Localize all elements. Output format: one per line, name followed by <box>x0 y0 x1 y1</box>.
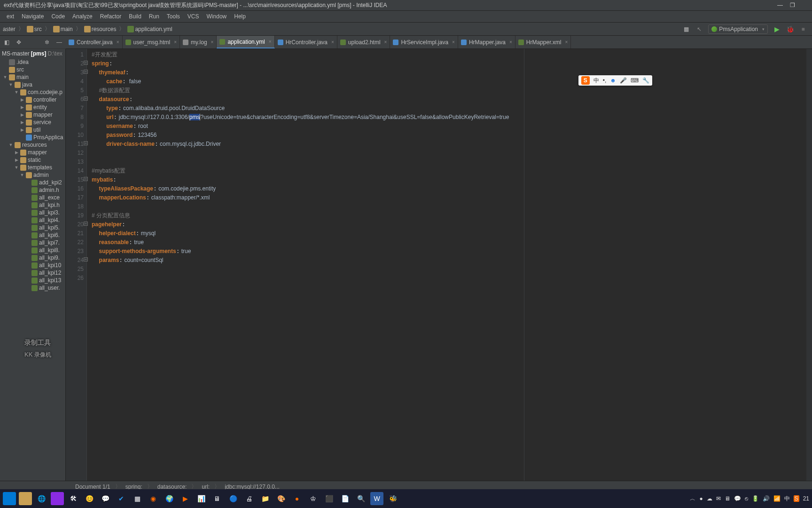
tree-node-entity[interactable]: ▶entity <box>0 103 65 111</box>
close-icon[interactable]: × <box>452 40 455 45</box>
project-tree[interactable]: MS-master [pms] D:\tex .ideasrc▼main▼jav… <box>0 49 66 481</box>
collapse-icon[interactable]: — <box>55 39 63 46</box>
tree-node-static[interactable]: ▶static <box>0 156 65 164</box>
tree-node-all_kpi10[interactable]: all_kpi10 <box>0 262 65 269</box>
chrome-icon[interactable]: 🌐 <box>35 492 48 505</box>
tree-node--idea[interactable]: .idea <box>0 58 65 66</box>
app-icon-12[interactable]: 📁 <box>258 492 272 505</box>
maximize-button[interactable]: ❐ <box>789 2 796 8</box>
breadcrumb-item[interactable]: aster <box>3 26 16 32</box>
ime-bar[interactable]: S 中 •, ☻ 🎤 ⌨ 🔧 <box>578 75 652 86</box>
start-button[interactable] <box>3 492 16 505</box>
wechat-icon[interactable]: 💬 <box>99 492 112 505</box>
ime-kbd-icon[interactable]: ⌨ <box>631 77 639 84</box>
breadcrumb-item[interactable]: application.yml <box>135 26 172 32</box>
app-icon-14[interactable]: ● <box>290 492 304 505</box>
tab-application-yml[interactable]: application.yml× <box>217 36 274 48</box>
menu-window[interactable]: Window <box>203 12 231 21</box>
menu-run[interactable]: Run <box>145 12 163 21</box>
ime-punct-icon[interactable]: •, <box>603 77 607 84</box>
code-editor[interactable]: 12−3−456−7891011−12131415−1617181920−212… <box>66 49 812 481</box>
intellij-icon[interactable] <box>51 492 64 505</box>
menu-analyze[interactable]: Analyze <box>69 12 96 21</box>
close-icon[interactable]: × <box>211 40 214 45</box>
tab-user_msg-html[interactable]: user_msg.html× <box>123 36 180 48</box>
tree-node-src[interactable]: src <box>0 66 65 73</box>
tab-upload2-html[interactable]: upload2.html× <box>337 36 390 48</box>
file-explorer-icon[interactable] <box>19 492 32 505</box>
settings-icon[interactable]: ✲ <box>43 39 51 46</box>
system-tray[interactable]: ︿ ● ☁ ✉ 🖥 💬 ⎋ 🔋 🔊 📶 中 S 21 <box>690 495 809 503</box>
ime-face-icon[interactable]: ☻ <box>610 77 616 84</box>
code-area[interactable]: #开发配置 spring: thymeleaf: cache: false #数… <box>87 49 806 481</box>
word-icon[interactable]: W <box>370 492 383 505</box>
app-icon-5[interactable]: ◉ <box>147 492 160 505</box>
tree-node-resources[interactable]: ▼resources <box>0 141 65 149</box>
tree-node-mapper[interactable]: ▶mapper <box>0 111 65 119</box>
menu-tools[interactable]: Tools <box>163 12 184 21</box>
tray-icon-3[interactable]: ✉ <box>716 495 721 502</box>
tree-node-mapper[interactable]: ▶mapper <box>0 149 65 156</box>
windows-taskbar[interactable]: 🌐 🛠 😊 💬 ✔ ▦ ◉ 🌍 ▶ 📊 🖥 🔵 🖨 📁 🎨 ● ♔ ⬛ 📄 🔍 … <box>0 489 812 508</box>
run-button[interactable]: ▶ <box>773 25 781 33</box>
close-icon[interactable]: × <box>269 39 272 44</box>
build-icon[interactable]: ▦ <box>682 25 690 33</box>
tray-icon-5[interactable]: 💬 <box>734 495 741 502</box>
tree-node-all_kpi4-[interactable]: all_kpi4. <box>0 216 65 224</box>
app-icon-9[interactable]: 🖥 <box>211 492 224 505</box>
menu-help[interactable]: Help <box>230 12 250 21</box>
tree-node-all_kpi5-[interactable]: all_kpi5. <box>0 224 65 231</box>
ime-wrench-icon[interactable]: 🔧 <box>642 77 649 84</box>
tab-hrmapper-java[interactable]: HrMapper.java× <box>458 36 515 48</box>
debug-button[interactable]: 🐞 <box>786 25 794 33</box>
close-icon[interactable]: × <box>117 40 119 45</box>
tab-controller-java[interactable]: Controller.java× <box>66 36 123 48</box>
tree-node-all_kpi8-[interactable]: all_kpi8. <box>0 246 65 254</box>
breadcrumb-item[interactable]: src <box>34 26 42 32</box>
tree-node-all_kpi12[interactable]: all_kpi12 <box>0 269 65 277</box>
tree-node-all_kpi13[interactable]: all_kpi13 <box>0 277 65 284</box>
menu-vcs[interactable]: VCS <box>184 12 203 21</box>
tab-hrmapper-xml[interactable]: HrMapper.xml× <box>515 36 571 48</box>
close-icon[interactable]: × <box>565 40 568 45</box>
tray-icon-4[interactable]: 🖥 <box>725 495 730 502</box>
close-button[interactable] <box>801 2 808 8</box>
tree-node-java[interactable]: ▼java <box>0 81 65 88</box>
tray-icon-1[interactable]: ● <box>699 495 703 502</box>
tree-node-all_kpi9-[interactable]: all_kpi9. <box>0 254 65 262</box>
close-icon[interactable]: × <box>331 40 334 45</box>
tree-node-all_kpi-h[interactable]: all_kpi.h <box>0 201 65 209</box>
breadcrumb-item[interactable]: resources <box>92 26 117 32</box>
ime-mic-icon[interactable]: 🎤 <box>620 77 627 84</box>
breadcrumb-item[interactable]: main <box>61 26 73 32</box>
tree-node-pmsapplica[interactable]: PmsApplica <box>0 134 65 141</box>
app-icon-7[interactable]: ▶ <box>179 492 192 505</box>
menu-ext[interactable]: ext <box>3 12 18 21</box>
tree-node-util[interactable]: ▶util <box>0 126 65 134</box>
tree-node-admin[interactable]: ▼admin <box>0 171 65 179</box>
tree-node-controller[interactable]: ▶controller <box>0 96 65 103</box>
tray-sogou-icon[interactable]: S <box>794 495 799 502</box>
tree-node-all_kpi3-[interactable]: all_kpi3. <box>0 209 65 216</box>
tray-wifi-icon[interactable]: 📶 <box>773 495 781 502</box>
app-icon-2[interactable]: 😊 <box>83 492 96 505</box>
app-icon-6[interactable]: 🌍 <box>163 492 176 505</box>
app-icon-13[interactable]: 🎨 <box>274 492 288 505</box>
close-icon[interactable]: × <box>174 40 177 45</box>
locate-icon[interactable]: ✥ <box>15 39 23 46</box>
tray-volume-icon[interactable]: 🔊 <box>763 495 770 502</box>
tray-icon-2[interactable]: ☁ <box>707 495 712 502</box>
search-icon[interactable]: 🔍 <box>354 492 367 505</box>
close-icon[interactable]: × <box>384 40 387 45</box>
tray-time[interactable]: 21 <box>803 495 809 502</box>
app-icon-8[interactable]: 📊 <box>195 492 208 505</box>
tab-hrcontroller-java[interactable]: HrController.java× <box>275 36 337 48</box>
tree-node-all_exce[interactable]: all_exce <box>0 194 65 201</box>
menu-refactor[interactable]: Refactor <box>96 12 125 21</box>
tree-node-all_kpi6-[interactable]: all_kpi6. <box>0 231 65 239</box>
menu-navigate[interactable]: Navigate <box>18 12 47 21</box>
tree-node-service[interactable]: ▶service <box>0 119 65 126</box>
menu-code[interactable]: Code <box>47 12 69 21</box>
app-icon-4[interactable]: ▦ <box>131 492 144 505</box>
app-icon-1[interactable]: 🛠 <box>67 492 80 505</box>
